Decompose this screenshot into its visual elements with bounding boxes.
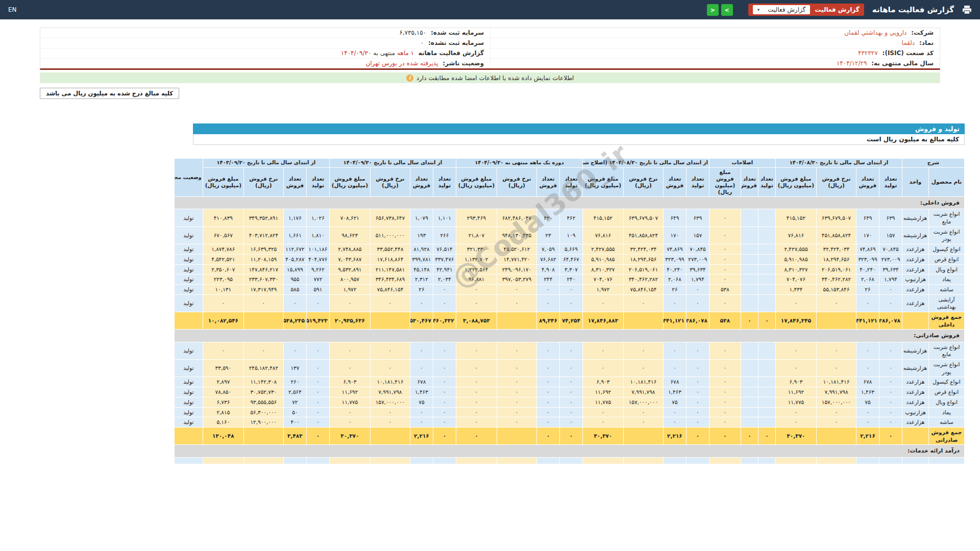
value-cell bbox=[741, 209, 758, 227]
value-cell bbox=[741, 274, 758, 285]
value-cell bbox=[758, 360, 775, 377]
value-cell: ۰ bbox=[433, 360, 456, 377]
value-cell: ۲,۴۲۷,۵۵۵ bbox=[582, 244, 623, 255]
value-cell: ۰ bbox=[433, 377, 456, 387]
value-cell: ۰ bbox=[856, 342, 879, 359]
value-cell: ۷,۹۹۱,۷۹۸ bbox=[623, 387, 663, 397]
value-cell: ۰ bbox=[816, 417, 856, 428]
product-name-cell: انواع قرص bbox=[929, 254, 965, 264]
value-cell: ۰ bbox=[879, 387, 902, 397]
value-cell: ۱۷,۸۴۶,۳۴۵ bbox=[775, 312, 816, 329]
value-cell: ۲۴۴ bbox=[536, 274, 559, 285]
value-cell: ۰ bbox=[686, 294, 709, 312]
column-header: مبلغ فروش (میلیون ریال) bbox=[329, 167, 370, 197]
value-cell: ۰ bbox=[433, 387, 456, 397]
product-name-cell: انواع شربت پودر bbox=[929, 360, 965, 377]
value-cell bbox=[497, 427, 536, 444]
value-cell: ۷۶,۶۸۲ bbox=[536, 254, 559, 264]
value-cell: ۰ bbox=[456, 387, 497, 397]
unit-cell: هزارعدد bbox=[902, 294, 928, 312]
value-cell: ۰ bbox=[582, 360, 623, 377]
status-cell: تولید bbox=[174, 264, 203, 274]
value-cell: ۶,۹۰۳ bbox=[775, 377, 816, 387]
symbol-label: نماد: bbox=[919, 39, 934, 46]
value-cell: ۰ bbox=[456, 284, 497, 294]
value-cell: ۰ bbox=[497, 377, 536, 387]
value-cell bbox=[243, 427, 283, 444]
value-cell: ۹۳,۵۵۵,۵۵۶ bbox=[243, 397, 283, 407]
value-cell: ۰ bbox=[663, 407, 686, 417]
value-cell: ۶۳۹ bbox=[879, 209, 902, 227]
value-cell: ۲۷۳,۰۰۹ bbox=[879, 254, 902, 264]
value-cell: ۰ bbox=[709, 254, 741, 264]
value-cell: ۶۷۰,۵۶۷ bbox=[203, 227, 243, 244]
value-cell: ۴۴۱,۱۲۱ bbox=[663, 312, 686, 329]
value-cell: ۲,۲۱۶ bbox=[663, 427, 686, 444]
value-cell: ۰ bbox=[663, 342, 686, 359]
value-cell: ۶۷۸ bbox=[410, 377, 433, 387]
value-cell: ۰ bbox=[775, 294, 816, 312]
report-period-date: ۱۴۰۴/۰۹/۳۰ bbox=[341, 49, 372, 57]
language-toggle[interactable]: EN bbox=[8, 6, 17, 13]
status-cell bbox=[174, 312, 203, 329]
value-cell bbox=[758, 397, 775, 407]
value-cell bbox=[741, 244, 758, 255]
report-period-label: گزارش فعالیت ماهانه bbox=[419, 49, 484, 57]
value-cell: ۰ bbox=[741, 427, 758, 444]
empty-cell bbox=[741, 457, 758, 464]
value-cell: ۸۰۰,۹۵۷ bbox=[329, 274, 370, 285]
value-cell bbox=[758, 244, 775, 255]
value-cell: ۰ bbox=[709, 360, 741, 377]
value-cell bbox=[370, 312, 410, 329]
value-cell: ۳۳۷,۴۷۶ bbox=[433, 254, 456, 264]
value-cell bbox=[758, 264, 775, 274]
company-name-link[interactable]: دارويي و بهداشتي لقمان bbox=[844, 29, 906, 36]
value-cell: ۰ bbox=[559, 387, 582, 397]
value-cell: ۱۵۷ bbox=[686, 227, 709, 244]
value-cell: ۷۸,۸۵۰ bbox=[203, 387, 243, 397]
next-report-button[interactable]: > bbox=[721, 4, 733, 16]
value-cell: ۰ bbox=[410, 417, 433, 428]
value-cell bbox=[758, 284, 775, 294]
value-cell: ۰ bbox=[306, 387, 329, 397]
value-cell: ۷۵ bbox=[410, 397, 433, 407]
section-title: فروش صادراتی: bbox=[174, 330, 964, 342]
value-cell: ۵۹۱ bbox=[306, 284, 329, 294]
amount-unit-note: کلیه مبالغ درج شده به میلیون ریال می باش… bbox=[40, 88, 179, 99]
value-cell: ۰ bbox=[758, 312, 775, 329]
unit-cell bbox=[902, 427, 928, 444]
product-name-cell: انواع کپسول bbox=[929, 377, 965, 387]
value-cell: ۸,۳۱۰,۳۲۷ bbox=[582, 264, 623, 274]
column-header: مبلغ فروش (میلیون ریال) bbox=[582, 167, 623, 197]
symbol-link[interactable]: دلقما bbox=[901, 39, 915, 46]
value-cell: ۰ bbox=[775, 417, 816, 428]
report-navigation: > < bbox=[707, 4, 733, 16]
value-cell: ۲,۷۴۸,۸۸۵ bbox=[329, 244, 370, 255]
value-cell: ۹۸,۶۲۳ bbox=[329, 227, 370, 244]
value-cell: ۲,۴۲۷,۵۵۵ bbox=[775, 244, 816, 255]
value-cell: ۰ bbox=[686, 377, 709, 387]
value-cell: ۲۶ bbox=[856, 284, 879, 294]
value-cell: ۸۹,۳۴۶ bbox=[536, 312, 559, 329]
print-icon[interactable] bbox=[962, 6, 972, 14]
report-type-dropdown[interactable]: گزارش فعالیت ▾ bbox=[753, 5, 811, 14]
value-cell: ۷۴,۸۶۹ bbox=[663, 244, 686, 255]
value-cell: ۰ bbox=[686, 360, 709, 377]
value-cell: ۰ bbox=[623, 294, 663, 312]
report-type-control: گزارش فعالیت گزارش فعالیت ▾ bbox=[748, 4, 864, 16]
symbol-row: نماد: دلقما bbox=[490, 38, 940, 48]
value-cell: ۹۶,۸۸۱ bbox=[456, 274, 497, 285]
value-cell: ۰ bbox=[623, 342, 663, 359]
value-cell: ۵۶,۳۰۰,۰۰۰ bbox=[243, 407, 283, 417]
column-header: واحد bbox=[902, 167, 928, 197]
value-cell: ۰ bbox=[559, 284, 582, 294]
value-cell bbox=[816, 427, 856, 444]
topbar-right-group: گزارش فعالیت ماهانه گزارش فعالیت گزارش ف… bbox=[707, 4, 972, 16]
value-cell: ۳,۴۸۳ bbox=[283, 427, 306, 444]
section-row: فروش داخلی: bbox=[174, 197, 964, 209]
product-name-cell: انواع شربت مایع bbox=[929, 209, 965, 227]
value-cell bbox=[243, 312, 283, 329]
prev-report-button[interactable]: < bbox=[707, 4, 719, 16]
production-section: تولید و فروش کلیه مبالغ به میلیون ریال ا… bbox=[193, 123, 965, 464]
column-group-header: از ابتدای سال مالی تا تاریخ ۱۴۰۴/۰۹/۳۰ bbox=[329, 159, 456, 168]
